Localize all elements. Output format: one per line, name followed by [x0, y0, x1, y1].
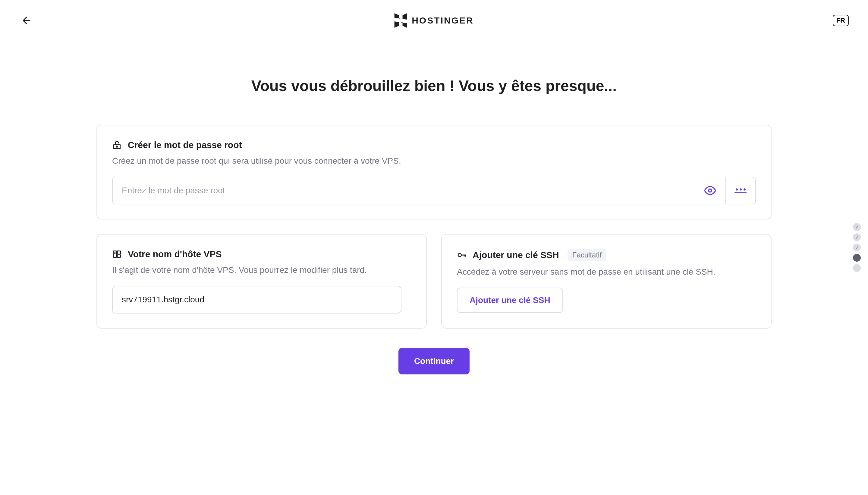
svg-point-9: [458, 254, 462, 257]
logo-text: HOSTINGER: [412, 15, 473, 25]
progress-step-3[interactable]: [853, 243, 861, 252]
progress-step-5[interactable]: [853, 264, 861, 272]
hostname-subtitle: Il s'agit de votre nom d'hôte VPS. Vous …: [112, 265, 411, 275]
hostname-card: Votre nom d'hôte VPS Il s'agit de votre …: [97, 234, 427, 329]
svg-rect-5: [117, 251, 121, 254]
generate-password-button[interactable]: [725, 177, 755, 204]
main-content: Vous vous débrouillez bien ! Vous y êtes…: [97, 41, 771, 374]
card-header: Votre nom d'hôte VPS: [112, 249, 411, 259]
generate-password-icon: [734, 188, 747, 193]
progress-step-2[interactable]: [853, 233, 861, 241]
add-ssh-key-button[interactable]: Ajouter une clé SSH: [457, 288, 563, 313]
root-password-input[interactable]: [113, 177, 695, 204]
page-header: HOSTINGER FR: [0, 0, 868, 41]
page-title: Vous vous débrouillez bien ! Vous y êtes…: [97, 77, 771, 95]
ssh-subtitle: Accédez à votre serveur sans mot de pass…: [457, 267, 756, 277]
ssh-card: Ajouter une clé SSH Facultatif Accédez à…: [441, 234, 771, 329]
key-icon: [457, 250, 467, 260]
root-password-subtitle: Créez un mot de passe root qui sera util…: [112, 156, 756, 166]
hostname-input[interactable]: [112, 286, 401, 313]
progress-step-1[interactable]: [853, 223, 861, 231]
password-input-wrapper: [112, 177, 756, 204]
back-button[interactable]: [19, 13, 34, 28]
hostname-title: Votre nom d'hôte VPS: [128, 249, 222, 259]
continue-button[interactable]: Continuer: [398, 348, 470, 374]
language-selector[interactable]: FR: [833, 15, 849, 26]
svg-point-2: [116, 146, 118, 147]
svg-rect-6: [117, 255, 121, 257]
eye-icon: [704, 185, 716, 197]
card-header: Ajouter une clé SSH Facultatif: [457, 249, 756, 261]
logo-mark-icon: [394, 13, 407, 28]
root-password-title: Créer le mot de passe root: [128, 140, 242, 150]
root-password-card: Créer le mot de passe root Créez un mot …: [97, 125, 771, 220]
arrow-left-icon: [21, 15, 32, 26]
logo: HOSTINGER: [394, 13, 473, 28]
progress-step-4[interactable]: [853, 254, 861, 262]
server-icon: [112, 249, 122, 259]
card-header: Créer le mot de passe root: [112, 140, 756, 150]
ssh-title: Ajouter une clé SSH: [473, 250, 559, 260]
progress-indicator: [853, 223, 861, 272]
toggle-password-visibility-button[interactable]: [695, 177, 725, 204]
optional-badge: Facultatif: [568, 249, 606, 261]
lock-icon: [112, 140, 122, 150]
svg-point-3: [709, 189, 712, 192]
cards-row: Votre nom d'hôte VPS Il s'agit de votre …: [97, 234, 771, 329]
